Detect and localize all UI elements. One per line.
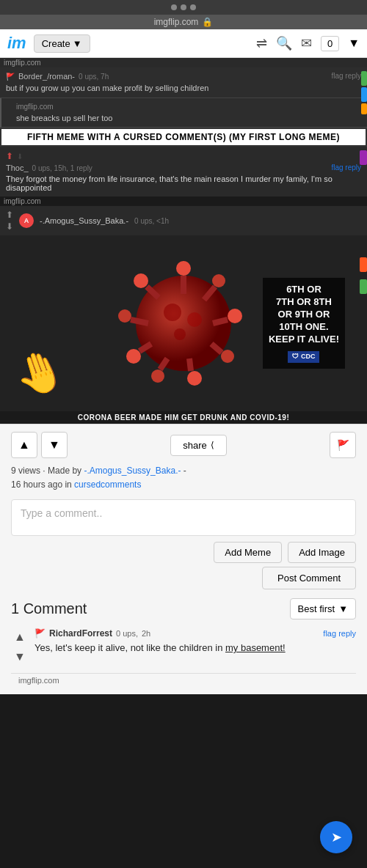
imgflip-domain-1: imgflip.com xyxy=(0,58,367,67)
overlay-line-2: 7TH OR 8TH xyxy=(269,296,339,309)
svg-point-8 xyxy=(118,309,131,323)
actions-section: ▲ ▼ share ⟨ 🚩 9 views · Made by -.Amogus… xyxy=(0,424,367,694)
send-button[interactable]: ➤ xyxy=(320,821,352,853)
third-commenter-meta: 0 ups, <1h xyxy=(134,217,169,225)
author-link[interactable]: -.Amogus_Sussy_Baka.- xyxy=(84,466,181,476)
header-dropdown-arrow[interactable]: ▼ xyxy=(348,37,360,50)
notification-badge[interactable]: 0 xyxy=(321,36,339,51)
dot-2 xyxy=(181,4,186,10)
comment-downvote[interactable]: ▼ xyxy=(11,648,29,666)
dot-3 xyxy=(190,4,196,10)
third-commenter-username: -.Amogus_Sussy_Baka.- xyxy=(40,216,128,225)
sort-label: Best first xyxy=(298,603,335,614)
comment-body: 🚩 RichardForrest 0 ups, 2h flag reply Ye… xyxy=(34,628,356,666)
imgflip-header: im Create ▼ ⇌ 🔍 ✉ 0 ▼ xyxy=(0,29,367,58)
comment-item: ▲ ▼ 🚩 RichardForrest 0 ups, 2h flag repl… xyxy=(11,628,356,666)
reply-text[interactable]: reply xyxy=(338,629,356,638)
flag-reply-1[interactable]: flag reply xyxy=(331,72,361,80)
svg-point-5 xyxy=(187,371,202,386)
footer-bar: imgflip.com xyxy=(11,673,356,687)
browser-dots xyxy=(171,4,196,10)
svg-point-11 xyxy=(187,312,202,327)
flag-text[interactable]: flag xyxy=(323,629,336,638)
community-link[interactable]: cursedcomments xyxy=(74,479,141,490)
downvote-button[interactable]: ▼ xyxy=(41,432,68,458)
meta-info: 9 views · Made by -.Amogus_Sussy_Baka.- … xyxy=(11,464,356,492)
comment-meta: 🚩 RichardForrest 0 ups, 2h flag reply xyxy=(34,628,356,639)
dash-separator: - xyxy=(184,466,186,476)
comment-username-2: Thoc_ xyxy=(6,163,29,172)
overlay-line-4: 10TH ONE. xyxy=(269,321,339,334)
svg-line-15 xyxy=(213,320,228,323)
svg-point-6 xyxy=(151,369,164,383)
comment-placeholder: Type a comment.. xyxy=(21,507,102,519)
svg-point-7 xyxy=(126,349,141,364)
overlay-line-3: OR 9TH OR xyxy=(269,309,339,321)
svg-line-17 xyxy=(189,358,191,371)
comment-ups: 0 ups, xyxy=(116,629,138,638)
search-icon[interactable]: 🔍 xyxy=(276,35,292,51)
vote-buttons: ▲ ▼ xyxy=(11,432,68,458)
svg-point-12 xyxy=(174,328,186,340)
bottom-title-text: CORONA BEER MADE HIM GET DRUNK AND COVID… xyxy=(78,413,290,422)
lock-icon: 🔒 xyxy=(202,17,213,27)
share-button[interactable]: share ⟨ xyxy=(170,435,227,456)
meme-image-section: imgflip.com ⬆ ⬇ A -.Amogus_Sussy_Baka.- … xyxy=(0,196,367,424)
cdc-badge: 🛡 CDC xyxy=(269,350,339,363)
url-text: imgflip.com xyxy=(154,17,199,27)
comment-input-area[interactable]: Type a comment.. xyxy=(11,499,356,536)
hand-icon: 🤚 xyxy=(8,342,72,404)
mail-icon[interactable]: ✉ xyxy=(301,35,312,51)
meme-text-overlay: 6TH OR 7TH OR 8TH OR 9TH OR 10TH ONE. KE… xyxy=(263,278,345,369)
create-button[interactable]: Create ▼ xyxy=(34,34,90,53)
comment-text-underline: my basement! xyxy=(225,642,286,653)
side-indicator-2 xyxy=(360,150,367,165)
meme-image-container: 🤚 xyxy=(0,235,367,411)
create-arrow: ▼ xyxy=(73,38,82,49)
svg-point-9 xyxy=(134,273,148,288)
meme-title-bar: FIFTH MEME WITH A CURSED COMMENT(S) (MY … xyxy=(0,128,367,147)
create-label: Create xyxy=(42,38,70,49)
sort-arrow: ▼ xyxy=(338,603,348,614)
comment-text-1b: she breacks up sell her too xyxy=(16,112,361,125)
post-comment-button[interactable]: Post Comment xyxy=(262,567,356,589)
svg-point-3 xyxy=(228,309,242,323)
dot-1 xyxy=(171,4,177,10)
comment-block-1: flag reply 🚩 Border_/roman- 0 ups, 7h bu… xyxy=(0,67,367,98)
vote-share-row: ▲ ▼ share ⟨ 🚩 xyxy=(11,432,356,458)
comment-upvote[interactable]: ▲ xyxy=(11,628,29,646)
comment-vote-col: ▲ ▼ xyxy=(11,628,29,666)
sort-dropdown[interactable]: Best first ▼ xyxy=(290,598,356,619)
comment-text-part1: Yes, let's keep it alive, not like the c… xyxy=(34,642,225,653)
flag-reply-2[interactable]: flag reply xyxy=(331,163,361,172)
flag-button[interactable]: 🚩 xyxy=(330,432,356,458)
share-label: share xyxy=(183,440,207,451)
dark-comment-area-1: imgflip.com flag reply 🚩 Border_/roman- … xyxy=(0,58,367,128)
overlay-line-5: KEEP IT ALIVE! xyxy=(269,333,339,345)
commenter-meta: ⬆ ⬇ A -.Amogus_Sussy_Baka.- 0 ups, <1h xyxy=(0,206,367,235)
comment-time: 2h xyxy=(142,629,150,638)
header-icons: ⇌ 🔍 ✉ 0 ▼ xyxy=(256,35,360,51)
post-comment-row: Post Comment xyxy=(11,567,356,589)
imgflip-logo[interactable]: im xyxy=(7,34,26,53)
comment-user-icon: 🚩 xyxy=(34,628,46,639)
comment-actions: Add Meme Add Image xyxy=(11,542,356,563)
comment-flag-link[interactable]: flag reply xyxy=(323,629,356,638)
comment-block-1b: imgflip.com she breacks up sell her too xyxy=(0,98,367,128)
comment-text-1: but if you grow up you can make profit b… xyxy=(6,82,361,95)
share-icon: ⟨ xyxy=(211,440,214,450)
footer-domain: imgflip.com xyxy=(18,676,59,685)
add-meme-button[interactable]: Add Meme xyxy=(214,542,282,563)
made-by-text: Made by xyxy=(48,466,81,476)
shuffle-icon[interactable]: ⇌ xyxy=(256,35,267,51)
virus-svg xyxy=(110,250,257,397)
svg-point-4 xyxy=(221,350,234,363)
svg-point-1 xyxy=(176,261,191,276)
side-indicator-4 xyxy=(360,279,367,294)
comment-username-1: Border_/roman- xyxy=(18,72,75,81)
svg-point-10 xyxy=(164,304,181,321)
comment-username: RichardForrest xyxy=(49,628,112,639)
upvote-button[interactable]: ▲ xyxy=(11,432,37,458)
add-image-button[interactable]: Add Image xyxy=(288,542,356,563)
comment-text: Yes, let's keep it alive, not like the c… xyxy=(34,641,356,655)
